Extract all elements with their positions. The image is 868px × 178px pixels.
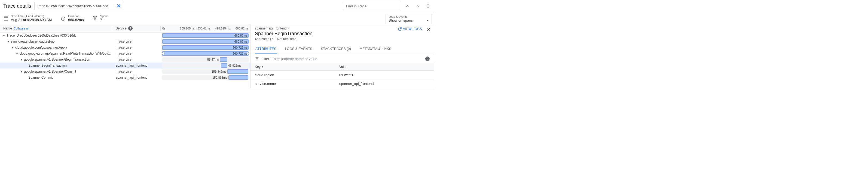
span-duration: 660.82ms xyxy=(233,39,249,44)
svg-rect-0 xyxy=(4,17,8,20)
attribute-key: service.name xyxy=(255,82,339,86)
caret-icon[interactable]: ▾ xyxy=(21,58,24,61)
trace-id-label: Trace ID: xyxy=(37,4,50,8)
key-column-header[interactable]: Key ↑ xyxy=(255,65,339,69)
span-row[interactable]: ▾Trace ID e5b0edceec6265d6ea1bee7630f016… xyxy=(0,32,250,39)
attribute-key: cloud.region xyxy=(255,73,339,77)
span-bar[interactable] xyxy=(220,57,227,62)
sort-asc-icon: ↑ xyxy=(262,65,263,69)
span-duration: 159.342ms xyxy=(211,69,227,74)
help-icon[interactable]: ? xyxy=(128,26,133,31)
attribute-value: us-west1 xyxy=(339,73,353,77)
timeline-scale: 0s 165.205ms 330.41ms 495.615ms 660.82ms xyxy=(161,27,250,30)
start-time-info: Start time (Asia/Calcutta) Aug 21 at 9:2… xyxy=(3,15,52,22)
span-duration: 150.863ms xyxy=(211,75,228,80)
span-row[interactable]: ▾google.spanner.v1.Spanner/BeginTransact… xyxy=(0,56,250,62)
span-duration: 660.721ms xyxy=(232,51,249,56)
find-next-button[interactable] xyxy=(414,2,422,10)
chevron-down-icon: ▾ xyxy=(427,18,429,22)
span-name: cloud.google.com/go/spanner.ReadWriteTra… xyxy=(20,52,113,55)
logs-events-select[interactable]: Logs & events Show on spans ▾ xyxy=(385,14,432,24)
attribute-row: cloud.regionus-west1 xyxy=(250,71,434,79)
span-row[interactable]: ▾simil:create-player-loadtest-gomy-servi… xyxy=(0,39,250,45)
svg-point-4 xyxy=(62,17,65,21)
span-duration: 46.928ms xyxy=(227,63,242,68)
span-bar[interactable] xyxy=(228,75,248,80)
open-external-icon xyxy=(398,27,402,31)
view-logs-link[interactable]: VIEW LOGS xyxy=(398,27,422,31)
span-duration: 660.726ms xyxy=(232,45,249,50)
trace-id-value: e5b0edceec6265d6ea1bee7630f016dc xyxy=(51,4,116,8)
value-column-header: Value xyxy=(339,65,347,69)
span-service: spanner_api_frontend xyxy=(113,63,161,68)
caret-icon[interactable]: ▾ xyxy=(3,34,6,37)
find-in-trace-input[interactable] xyxy=(343,2,400,10)
spans-info: Spans 7 xyxy=(92,15,108,22)
span-name: Spanner.BeginTransaction xyxy=(28,63,67,68)
expand-collapse-button[interactable] xyxy=(425,3,431,9)
clear-icon[interactable]: ✕ xyxy=(116,3,122,9)
span-row[interactable]: ▾cloud.google.com/go/spanner.ReadWriteTr… xyxy=(0,51,250,56)
detail-subtitle: 46.928ms (7.1% of total time) xyxy=(255,37,430,41)
span-row[interactable]: Spanner.Commitspanner_api_frontend150.86… xyxy=(0,75,250,80)
page-title: Trace details xyxy=(3,3,31,9)
span-service: my-service xyxy=(113,52,161,55)
attribute-row: service.namespanner_api_frontend xyxy=(250,79,434,88)
span-name: Trace ID e5b0edceec6265d6ea1bee7630f016d… xyxy=(6,33,76,37)
filter-input[interactable]: Enter property name or value xyxy=(272,57,317,61)
tab-metadata-links[interactable]: METADATA & LINKS xyxy=(359,44,392,54)
tab-attributes[interactable]: ATTRIBUTES xyxy=(255,44,277,54)
span-duration: 55.47ms xyxy=(206,57,220,62)
trace-id-field[interactable]: Trace ID: e5b0edceec6265d6ea1bee7630f016… xyxy=(34,2,124,10)
span-row[interactable]: Spanner.BeginTransactionspanner_api_fron… xyxy=(0,62,250,69)
span-row[interactable]: ▾cloud.google.com/go/spanner.Applymy-ser… xyxy=(0,45,250,51)
span-service: my-service xyxy=(113,46,161,49)
span-detail-pane: spanner_api_frontend > Spanner.BeginTran… xyxy=(250,24,434,88)
span-name: Spanner.Commit xyxy=(28,76,53,79)
span-service: my-service xyxy=(113,70,161,73)
svg-rect-9 xyxy=(94,19,96,20)
filter-label: Filter xyxy=(261,57,269,61)
span-row[interactable]: ▾google.spanner.v1.Spanner/Commitmy-serv… xyxy=(0,69,250,75)
service-column-header: Service xyxy=(116,26,127,30)
span-name: google.spanner.v1.Spanner/Commit xyxy=(24,70,76,73)
collapse-all-link[interactable]: Collapse all xyxy=(13,27,29,30)
span-tree-pane: Name Collapse all Service ? 0s 165.205ms… xyxy=(0,24,250,88)
caret-icon[interactable]: ▾ xyxy=(16,52,20,55)
close-icon[interactable]: ✕ xyxy=(427,26,431,32)
stopwatch-icon xyxy=(60,16,66,21)
span-bar[interactable] xyxy=(221,63,227,68)
svg-rect-8 xyxy=(96,16,97,18)
filter-icon xyxy=(255,56,259,61)
span-duration: 660.82ms xyxy=(233,33,249,38)
tab-stacktraces[interactable]: STACKTRACES (0) xyxy=(320,44,351,54)
name-column-header: Name xyxy=(3,26,12,30)
span-service: spanner_api_frontend xyxy=(113,76,161,79)
find-prev-button[interactable] xyxy=(404,2,411,10)
attribute-value: spanner_api_frontend xyxy=(339,82,374,86)
help-icon[interactable]: ? xyxy=(425,56,430,61)
span-name: cloud.google.com/go/spanner.Apply xyxy=(15,46,67,49)
span-service: my-service xyxy=(113,58,161,61)
duration-info: Duration 660.82ms xyxy=(60,15,84,22)
spans-icon xyxy=(92,16,98,21)
calendar-icon xyxy=(3,16,9,21)
span-name: simil:create-player-loadtest-go xyxy=(11,40,55,44)
tab-logs-events[interactable]: LOGS & EVENTS xyxy=(284,44,313,54)
caret-icon[interactable]: ▾ xyxy=(21,70,24,73)
caret-icon[interactable]: ▾ xyxy=(12,46,15,49)
span-name: google.spanner.v1.Spanner/BeginTransacti… xyxy=(24,58,90,61)
detail-title: Spanner.BeginTransaction xyxy=(255,31,430,36)
span-service: my-service xyxy=(113,40,161,44)
caret-icon[interactable]: ▾ xyxy=(8,40,11,43)
span-bar[interactable] xyxy=(227,69,248,74)
svg-rect-7 xyxy=(93,16,94,18)
